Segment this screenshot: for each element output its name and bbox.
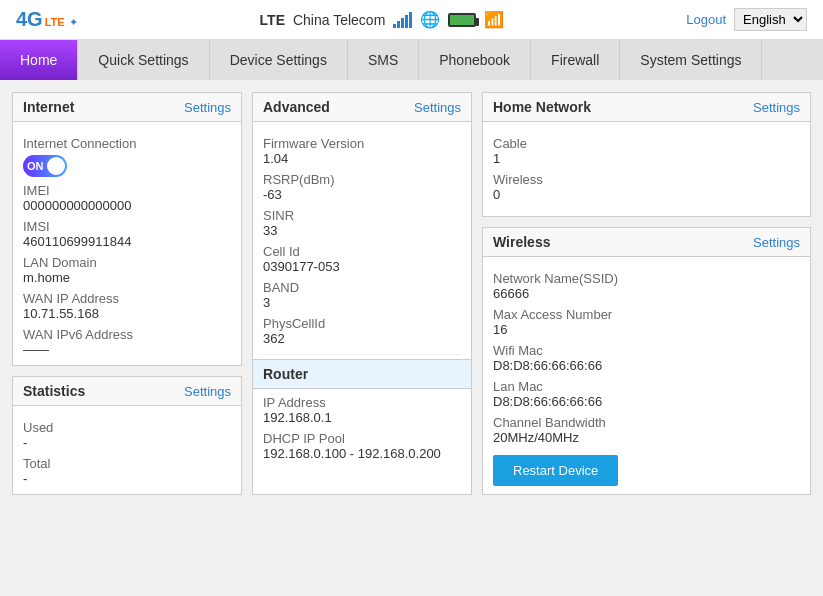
nav-item-phonebook[interactable]: Phonebook (419, 40, 531, 80)
sinr-label: SINR (263, 208, 461, 223)
signal-bars (393, 12, 412, 28)
nav-item-system-settings[interactable]: System Settings (620, 40, 762, 80)
language-select[interactable]: English 中文 (734, 8, 807, 31)
cable-value: 1 (493, 151, 800, 166)
rsrp-value: -63 (263, 187, 461, 202)
imei-value: 000000000000000 (23, 198, 231, 213)
max-access-value: 16 (493, 322, 800, 337)
lan-domain-value: m.home (23, 270, 231, 285)
band-label: BAND (263, 280, 461, 295)
logout-link[interactable]: Logout (686, 12, 726, 27)
wifi-icon: 📶 (484, 10, 504, 29)
right-column: Home Network Settings Cable 1 Wireless 0… (482, 92, 811, 495)
advanced-settings-link[interactable]: Settings (414, 100, 461, 115)
firmware-value: 1.04 (263, 151, 461, 166)
wifi-mac-label: Wifi Mac (493, 343, 800, 358)
wan-ipv6-label: WAN IPv6 Address (23, 327, 231, 342)
middle-column: Advanced Settings Firmware Version 1.04 … (252, 92, 472, 495)
advanced-title: Advanced (263, 99, 330, 115)
firmware-label: Firmware Version (263, 136, 461, 151)
dhcp-start: 192.168.0.100 (263, 446, 346, 461)
statistics-panel: Statistics Settings Used - Total - (12, 376, 242, 495)
router-subheader: Router (253, 359, 471, 389)
dhcp-separator: - (350, 446, 358, 461)
nav-item-home[interactable]: Home (0, 40, 78, 80)
wan-ip-label: WAN IP Address (23, 291, 231, 306)
advanced-panel-body: Firmware Version 1.04 RSRP(dBm) -63 SINR… (253, 122, 471, 469)
connection-label: Internet Connection (23, 136, 231, 151)
home-network-panel: Home Network Settings Cable 1 Wireless 0 (482, 92, 811, 217)
left-column: Internet Settings Internet Connection ON… (12, 92, 242, 495)
dhcp-end: 192.168.0.200 (358, 446, 441, 461)
imei-label: IMEI (23, 183, 231, 198)
internet-panel-body: Internet Connection ON IMEI 000000000000… (13, 122, 241, 365)
carrier-info: LTE China Telecom 🌐 📶 (260, 10, 505, 29)
navigation: Home Quick Settings Device Settings SMS … (0, 40, 823, 80)
home-network-body: Cable 1 Wireless 0 (483, 122, 810, 210)
lan-domain-label: LAN Domain (23, 255, 231, 270)
wan-ipv6-value: —— (23, 342, 231, 357)
ip-address-label: IP Address (263, 395, 461, 410)
toggle-container: ON (23, 155, 231, 177)
cell-id-value: 0390177-053 (263, 259, 461, 274)
header: 4G LTE ✦ LTE China Telecom 🌐 📶 Logout En… (0, 0, 823, 40)
internet-settings-link[interactable]: Settings (184, 100, 231, 115)
channel-bw-label: Channel Bandwidth (493, 415, 800, 430)
statistics-panel-body: Used - Total - (13, 406, 241, 494)
imsi-value: 460110699911844 (23, 234, 231, 249)
statistics-panel-header: Statistics Settings (13, 377, 241, 406)
restart-device-button[interactable]: Restart Device (493, 455, 618, 486)
used-value: - (23, 435, 231, 450)
nav-item-firewall[interactable]: Firewall (531, 40, 620, 80)
nav-item-device-settings[interactable]: Device Settings (210, 40, 348, 80)
home-network-title: Home Network (493, 99, 591, 115)
internet-panel: Internet Settings Internet Connection ON… (12, 92, 242, 366)
statistics-title: Statistics (23, 383, 85, 399)
nav-item-quick-settings[interactable]: Quick Settings (78, 40, 209, 80)
header-right: Logout English 中文 (686, 8, 807, 31)
logout-lang-area: Logout English 中文 (686, 8, 807, 31)
wireless-home-value: 0 (493, 187, 800, 202)
phys-cell-label: PhysCellId (263, 316, 461, 331)
dhcp-range: 192.168.0.100 - 192.168.0.200 (263, 446, 461, 461)
toggle-on-label: ON (27, 160, 44, 172)
cell-id-label: Cell Id (263, 244, 461, 259)
imsi-label: IMSI (23, 219, 231, 234)
rsrp-label: RSRP(dBm) (263, 172, 461, 187)
band-value: 3 (263, 295, 461, 310)
lan-mac-label: Lan Mac (493, 379, 800, 394)
channel-bw-value: 20MHz/40MHz (493, 430, 800, 445)
carrier-tech: LTE (260, 12, 285, 28)
wireless-panel: Wireless Settings Network Name(SSID) 666… (482, 227, 811, 495)
nav-item-sms[interactable]: SMS (348, 40, 419, 80)
ip-address-value: 192.168.0.1 (263, 410, 461, 425)
logo-area: 4G LTE ✦ (16, 8, 78, 31)
logo: 4G LTE ✦ (16, 8, 78, 31)
toggle-knob (47, 157, 65, 175)
cable-label: Cable (493, 136, 800, 151)
max-access-label: Max Access Number (493, 307, 800, 322)
router-divider (263, 354, 461, 355)
sinr-value: 33 (263, 223, 461, 238)
wifi-mac-value: D8:D8:66:66:66:66 (493, 358, 800, 373)
home-network-header: Home Network Settings (483, 93, 810, 122)
wireless-panel-body: Network Name(SSID) 66666 Max Access Numb… (483, 257, 810, 494)
advanced-panel-header: Advanced Settings (253, 93, 471, 122)
total-label: Total (23, 456, 231, 471)
statistics-settings-link[interactable]: Settings (184, 384, 231, 399)
dhcp-label: DHCP IP Pool (263, 431, 461, 446)
battery-icon (448, 13, 476, 27)
carrier-name: China Telecom (293, 12, 385, 28)
lte-badge: LTE (45, 16, 65, 28)
router-title: Router (263, 366, 308, 382)
home-network-settings-link[interactable]: Settings (753, 100, 800, 115)
wireless-settings-link[interactable]: Settings (753, 235, 800, 250)
internet-toggle[interactable]: ON (23, 155, 67, 177)
main-content: Internet Settings Internet Connection ON… (0, 80, 823, 507)
lan-mac-value: D8:D8:66:66:66:66 (493, 394, 800, 409)
wan-ip-value: 10.71.55.168 (23, 306, 231, 321)
wireless-panel-header: Wireless Settings (483, 228, 810, 257)
total-value: - (23, 471, 231, 486)
globe-icon: 🌐 (420, 10, 440, 29)
used-label: Used (23, 420, 231, 435)
